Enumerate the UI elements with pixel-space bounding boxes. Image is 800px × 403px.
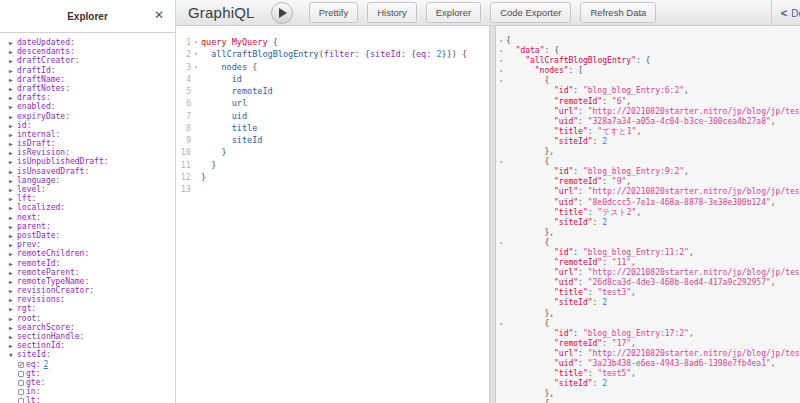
result-line: "id": "blog_blog_Entry:9:2", [496, 167, 800, 177]
query-line: 6 url [176, 97, 489, 109]
arrow-gutter [496, 177, 506, 187]
close-icon[interactable]: ✕ [154, 9, 164, 21]
result-line: ▾{ [496, 238, 800, 248]
explorer-field-lft[interactable]: ▶lft: [9, 194, 175, 203]
query-line: 10 } [176, 146, 489, 158]
result-line: "remoteId": "9", [496, 177, 800, 187]
query-line: 4 id [176, 73, 489, 85]
explorer-field-prev[interactable]: ▶prev: [9, 240, 175, 249]
explorer-field-sectionHandle[interactable]: ▶sectionHandle: [9, 332, 175, 341]
explorer-field-draftCreator[interactable]: ▶draftCreator: [9, 56, 175, 65]
query-code: title [201, 122, 257, 134]
collapse-arrow-icon[interactable]: ▾ [496, 66, 506, 76]
explorer-field-expiryDate[interactable]: ▶expiryDate: [9, 112, 175, 121]
checkbox-eq[interactable] [18, 362, 24, 368]
caret-right-icon: ▶ [9, 323, 17, 332]
fold-gutter [191, 183, 201, 195]
explorer-field-revisionCreator[interactable]: ▶revisionCreator: [9, 286, 175, 295]
caret-right-icon: ▶ [9, 277, 17, 286]
panel-divider[interactable] [489, 26, 496, 403]
checkbox-lt[interactable] [18, 398, 24, 403]
explorer-field-draftId[interactable]: ▶draftId: [9, 66, 175, 75]
explorer-field-isUnpublishedDraft[interactable]: ▶isUnpublishedDraft: [9, 157, 175, 166]
query-code: } [201, 159, 216, 171]
toolbar-button-refresh-data[interactable]: Refresh Data [580, 2, 656, 23]
collapse-arrow-icon[interactable]: ▾ [496, 36, 506, 46]
field-label: revisionCreator: [17, 286, 94, 295]
collapse-arrow-icon[interactable]: ▾ [496, 56, 506, 66]
explorer-field-list: ▶dateUpdated:▶descendants:▶draftCreator:… [0, 33, 175, 403]
arrow-gutter [496, 117, 506, 127]
explorer-field-isDraft[interactable]: ▶isDraft: [9, 139, 175, 148]
explorer-field-parent[interactable]: ▶parent: [9, 222, 175, 231]
explorer-field-root[interactable]: ▶root: [9, 314, 175, 323]
explorer-field-searchScore[interactable]: ▶searchScore: [9, 323, 175, 332]
explorer-field-remoteTypeName[interactable]: ▶remoteTypeName: [9, 277, 175, 286]
explorer-field-remoteChildren[interactable]: ▶remoteChildren: [9, 249, 175, 258]
toolbar-button-explorer[interactable]: Explorer [426, 2, 481, 23]
query-editor[interactable]: 1▾query MyQuery {2▾ allCraftBlogBlogEntr… [176, 26, 489, 403]
explorer-field-isRevision[interactable]: ▶isRevision: [9, 148, 175, 157]
fold-gutter [191, 97, 201, 109]
explorer-field-remoteId[interactable]: ▶remoteId: [9, 259, 175, 268]
explorer-filter-gte: gte: [9, 378, 175, 387]
result-line: "uid": "26d8ca3d-4de3-468b-8ed4-417a9c29… [496, 278, 800, 288]
explorer-field-dateUpdated[interactable]: ▶dateUpdated: [9, 38, 175, 47]
result-code: "nodes": [ [506, 66, 583, 76]
filter-value[interactable]: 2 [43, 360, 48, 369]
fold-gutter [191, 85, 201, 97]
explorer-field-level[interactable]: ▶level: [9, 185, 175, 194]
explorer-field-descendants[interactable]: ▶descendants: [9, 47, 175, 56]
explorer-field-internal[interactable]: ▶internal: [9, 130, 175, 139]
result-code: "title": "てすと1", [506, 127, 641, 137]
docs-link[interactable]: < Docs [771, 0, 800, 26]
line-number: 10 [176, 146, 191, 158]
collapse-arrow-icon[interactable]: ▾ [496, 76, 506, 86]
explorer-field-localized[interactable]: ▶localized: [9, 203, 175, 212]
result-code: "title": "test5", [506, 369, 636, 379]
arrow-gutter [496, 147, 506, 157]
field-label: isRevision: [17, 148, 70, 157]
explorer-field-enabled[interactable]: ▶enabled: [9, 102, 175, 111]
explorer-field-sectionId[interactable]: ▶sectionId: [9, 341, 175, 350]
explorer-field-draftName[interactable]: ▶draftName: [9, 75, 175, 84]
fold-gutter [191, 122, 201, 134]
checkbox-gte[interactable] [18, 380, 24, 386]
explorer-field-rgt[interactable]: ▶rgt: [9, 304, 175, 313]
result-line: "id": "blog_blog_Entry:17:2", [496, 329, 800, 339]
field-label: draftCreator: [17, 56, 80, 65]
fold-arrow-icon[interactable]: ▾ [191, 36, 201, 48]
collapse-arrow-icon[interactable]: ▾ [496, 46, 506, 56]
toolbar-button-prettify[interactable]: Prettify [309, 2, 359, 23]
result-code: { [506, 399, 549, 403]
collapse-arrow-icon[interactable]: ▾ [496, 238, 506, 248]
line-number: 1 [176, 36, 191, 48]
toolbar-button-history[interactable]: History [367, 2, 417, 23]
fold-gutter [191, 171, 201, 183]
fold-gutter [191, 134, 201, 146]
explorer-field-id[interactable]: ▶id: [9, 121, 175, 130]
collapse-arrow-icon[interactable]: ▾ [496, 319, 506, 329]
arrow-gutter [496, 339, 506, 349]
collapse-arrow-icon[interactable]: ▾ [496, 399, 506, 403]
explorer-field-language[interactable]: ▶language: [9, 176, 175, 185]
result-code: "remoteId": "9", [506, 177, 631, 187]
explorer-field-remoteParent[interactable]: ▶remoteParent: [9, 268, 175, 277]
explorer-field-revisions[interactable]: ▶revisions: [9, 295, 175, 304]
fold-arrow-icon[interactable]: ▾ [191, 61, 201, 73]
explorer-field-siteId[interactable]: ▼siteId: [9, 350, 175, 359]
field-label: isDraft: [17, 139, 56, 148]
explorer-field-drafts[interactable]: ▶drafts: [9, 93, 175, 102]
explorer-field-draftNotes[interactable]: ▶draftNotes: [9, 84, 175, 93]
collapse-arrow-icon[interactable]: ▾ [496, 157, 506, 167]
checkbox-in[interactable] [18, 389, 24, 395]
query-code: siteId [201, 134, 262, 146]
explorer-field-isUnsavedDraft[interactable]: ▶isUnsavedDraft: [9, 167, 175, 176]
execute-button[interactable] [271, 2, 293, 24]
explorer-field-next[interactable]: ▶next: [9, 213, 175, 222]
toolbar-button-code-exporter[interactable]: Code Exporter [490, 2, 571, 23]
explorer-field-postDate[interactable]: ▶postDate: [9, 231, 175, 240]
checkbox-gt[interactable] [18, 371, 24, 377]
fold-arrow-icon[interactable]: ▾ [191, 48, 201, 60]
query-code: nodes { [201, 61, 257, 73]
